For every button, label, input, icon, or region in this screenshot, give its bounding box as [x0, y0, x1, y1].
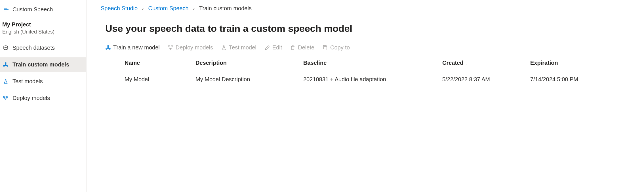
- svg-point-4: [5, 62, 6, 64]
- breadcrumb: Speech Studio › Custom Speech › Train cu…: [101, 5, 644, 12]
- toolbar-label: Train a new model: [113, 44, 160, 51]
- cell-name: My Model: [125, 76, 195, 83]
- svg-rect-25: [171, 46, 173, 47]
- sort-descending-icon: ↓: [466, 60, 468, 66]
- deploy-icon: [3, 95, 9, 101]
- sidebar-item-label: Deploy models: [12, 95, 50, 101]
- svg-line-22: [107, 48, 108, 49]
- train-new-model-button[interactable]: Train a new model: [105, 44, 160, 51]
- sidebar-header-label: Custom Speech: [12, 6, 53, 13]
- svg-line-9: [5, 65, 5, 66]
- sidebar-item-test-models[interactable]: Test models: [0, 74, 86, 89]
- sidebar-item-deploy-models[interactable]: Deploy models: [0, 91, 86, 105]
- pencil-icon: [264, 45, 270, 51]
- deploy-icon: [168, 45, 173, 51]
- chevron-right-icon: ›: [142, 6, 144, 11]
- cell-description: My Model Description: [195, 76, 303, 83]
- svg-point-7: [5, 64, 6, 66]
- sidebar-item-train-models[interactable]: Train custom models: [0, 57, 86, 72]
- sidebar-item-label: Speech datasets: [12, 45, 55, 51]
- column-header-created[interactable]: Created ↓: [442, 60, 530, 66]
- breadcrumb-current: Train custom models: [199, 5, 252, 12]
- cell-created: 5/22/2022 8:37 AM: [442, 76, 530, 83]
- test-model-button[interactable]: Test model: [221, 44, 256, 51]
- toolbar-label: Deploy models: [176, 44, 213, 51]
- breadcrumb-link-custom-speech[interactable]: Custom Speech: [148, 5, 188, 12]
- deploy-models-button[interactable]: Deploy models: [168, 44, 213, 51]
- cell-baseline: 20210831 + Audio file adaptation: [303, 76, 442, 83]
- sidebar-item-speech-datasets[interactable]: Speech datasets: [0, 41, 86, 55]
- toolbar-label: Test model: [229, 44, 256, 51]
- edit-button[interactable]: Edit: [264, 44, 282, 51]
- copy-to-button[interactable]: Copy to: [322, 44, 350, 51]
- sidebar-item-label: Test models: [12, 78, 43, 85]
- main-content: Speech Studio › Custom Speech › Train cu…: [87, 0, 644, 192]
- toolbar-label: Copy to: [330, 44, 350, 51]
- toolbar: Train a new model Deploy models Test mod…: [101, 43, 644, 55]
- svg-rect-12: [6, 96, 8, 97]
- toolbar-label: Edit: [272, 44, 282, 51]
- table-row[interactable]: My Model My Model Description 20210831 +…: [101, 71, 644, 88]
- project-subtitle: English (United States): [0, 29, 86, 41]
- trash-icon: [290, 45, 296, 51]
- network-icon: [105, 45, 111, 51]
- svg-rect-30: [324, 47, 327, 50]
- breadcrumb-link-speech-studio[interactable]: Speech Studio: [101, 5, 138, 12]
- project-title: My Project: [0, 18, 86, 29]
- svg-line-23: [109, 48, 110, 49]
- sidebar-header[interactable]: Custom Speech: [0, 3, 86, 18]
- flask-icon: [3, 79, 9, 84]
- column-header-expiration[interactable]: Expiration: [530, 60, 644, 66]
- delete-button[interactable]: Delete: [290, 44, 314, 51]
- sidebar: Custom Speech My Project English (United…: [0, 0, 87, 192]
- column-header-description[interactable]: Description: [195, 60, 303, 66]
- column-header-label: Created: [442, 60, 463, 66]
- sidebar-item-label: Train custom models: [12, 61, 69, 68]
- svg-rect-24: [168, 46, 170, 47]
- copy-icon: [322, 45, 328, 51]
- column-header-name[interactable]: Name: [125, 60, 195, 66]
- cell-expiration: 7/14/2024 5:00 PM: [530, 76, 644, 83]
- chevron-right-icon: ›: [193, 6, 195, 11]
- list-icon: [3, 7, 9, 12]
- svg-point-20: [108, 47, 109, 49]
- svg-point-3: [4, 46, 8, 47]
- database-icon: [3, 45, 9, 51]
- svg-point-17: [108, 45, 109, 47]
- toolbar-label: Delete: [298, 44, 314, 51]
- flask-icon: [221, 45, 227, 51]
- table-header-row: Name Description Baseline Created ↓ Expi…: [101, 55, 644, 71]
- page-title: Use your speech data to train a custom s…: [105, 23, 644, 34]
- svg-line-10: [6, 65, 7, 66]
- column-header-baseline[interactable]: Baseline: [303, 60, 442, 66]
- network-icon: [3, 62, 9, 68]
- svg-rect-11: [3, 96, 5, 97]
